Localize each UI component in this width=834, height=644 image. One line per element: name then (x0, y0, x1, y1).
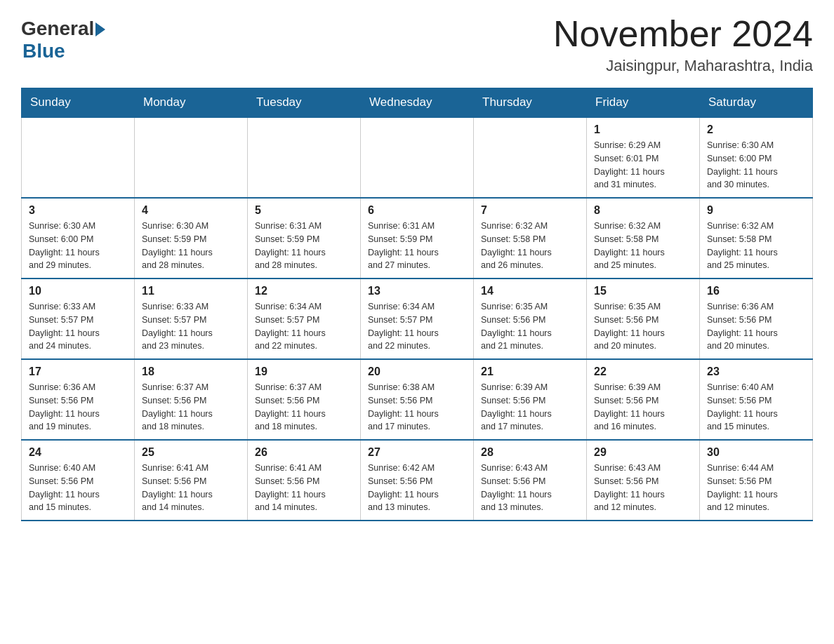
weekday-header-saturday: Saturday (700, 88, 813, 118)
day-number: 24 (29, 446, 127, 459)
day-number: 30 (707, 446, 805, 459)
day-info: Sunrise: 6:41 AM Sunset: 5:56 PM Dayligh… (255, 463, 326, 512)
day-info: Sunrise: 6:40 AM Sunset: 5:56 PM Dayligh… (29, 463, 100, 512)
calendar-cell: 4Sunrise: 6:30 AM Sunset: 5:59 PM Daylig… (135, 198, 248, 279)
day-number: 1 (594, 123, 692, 136)
title-section: November 2024 Jaisingpur, Maharashtra, I… (553, 14, 813, 75)
calendar-cell: 1Sunrise: 6:29 AM Sunset: 6:01 PM Daylig… (587, 117, 700, 198)
day-info: Sunrise: 6:36 AM Sunset: 5:56 PM Dayligh… (707, 302, 778, 351)
calendar-cell: 16Sunrise: 6:36 AM Sunset: 5:56 PM Dayli… (700, 279, 813, 359)
logo: General Blue (21, 14, 105, 62)
day-number: 9 (707, 204, 805, 217)
day-info: Sunrise: 6:36 AM Sunset: 5:56 PM Dayligh… (29, 382, 100, 431)
day-number: 18 (142, 365, 240, 378)
calendar-cell: 9Sunrise: 6:32 AM Sunset: 5:58 PM Daylig… (700, 198, 813, 279)
calendar-cell: 30Sunrise: 6:44 AM Sunset: 5:56 PM Dayli… (700, 440, 813, 521)
calendar-cell: 12Sunrise: 6:34 AM Sunset: 5:57 PM Dayli… (248, 279, 361, 359)
calendar-week-5: 24Sunrise: 6:40 AM Sunset: 5:56 PM Dayli… (22, 440, 813, 521)
calendar-cell: 18Sunrise: 6:37 AM Sunset: 5:56 PM Dayli… (135, 359, 248, 440)
calendar-cell: 15Sunrise: 6:35 AM Sunset: 5:56 PM Dayli… (587, 279, 700, 359)
day-info: Sunrise: 6:31 AM Sunset: 5:59 PM Dayligh… (368, 221, 439, 270)
day-info: Sunrise: 6:43 AM Sunset: 5:56 PM Dayligh… (594, 463, 665, 512)
calendar-week-3: 10Sunrise: 6:33 AM Sunset: 5:57 PM Dayli… (22, 279, 813, 359)
calendar-cell: 29Sunrise: 6:43 AM Sunset: 5:56 PM Dayli… (587, 440, 700, 521)
day-info: Sunrise: 6:37 AM Sunset: 5:56 PM Dayligh… (142, 382, 213, 431)
calendar-cell: 6Sunrise: 6:31 AM Sunset: 5:59 PM Daylig… (361, 198, 474, 279)
weekday-header-sunday: Sunday (22, 88, 135, 118)
calendar-cell (474, 117, 587, 198)
calendar-cell (361, 117, 474, 198)
day-info: Sunrise: 6:32 AM Sunset: 5:58 PM Dayligh… (481, 221, 552, 270)
day-number: 3 (29, 204, 127, 217)
weekday-header-tuesday: Tuesday (248, 88, 361, 118)
day-number: 17 (29, 365, 127, 378)
day-info: Sunrise: 6:39 AM Sunset: 5:56 PM Dayligh… (594, 382, 665, 431)
day-info: Sunrise: 6:30 AM Sunset: 6:00 PM Dayligh… (29, 221, 100, 270)
logo-arrow-icon (95, 22, 105, 36)
day-number: 21 (481, 365, 579, 378)
calendar-cell (135, 117, 248, 198)
calendar-cell: 19Sunrise: 6:37 AM Sunset: 5:56 PM Dayli… (248, 359, 361, 440)
weekday-header-monday: Monday (135, 88, 248, 118)
day-number: 11 (142, 285, 240, 297)
calendar-cell: 27Sunrise: 6:42 AM Sunset: 5:56 PM Dayli… (361, 440, 474, 521)
day-info: Sunrise: 6:33 AM Sunset: 5:57 PM Dayligh… (29, 302, 100, 351)
calendar-cell: 10Sunrise: 6:33 AM Sunset: 5:57 PM Dayli… (22, 279, 135, 359)
day-number: 15 (594, 285, 692, 297)
day-number: 29 (594, 446, 692, 459)
calendar-cell (248, 117, 361, 198)
day-info: Sunrise: 6:38 AM Sunset: 5:56 PM Dayligh… (368, 382, 439, 431)
weekday-header-thursday: Thursday (474, 88, 587, 118)
day-number: 10 (29, 285, 127, 297)
calendar-cell: 5Sunrise: 6:31 AM Sunset: 5:59 PM Daylig… (248, 198, 361, 279)
calendar-cell: 8Sunrise: 6:32 AM Sunset: 5:58 PM Daylig… (587, 198, 700, 279)
calendar-cell (22, 117, 135, 198)
calendar-week-2: 3Sunrise: 6:30 AM Sunset: 6:00 PM Daylig… (22, 198, 813, 279)
day-info: Sunrise: 6:29 AM Sunset: 6:01 PM Dayligh… (594, 140, 665, 189)
day-info: Sunrise: 6:39 AM Sunset: 5:56 PM Dayligh… (481, 382, 552, 431)
month-title: November 2024 (553, 14, 813, 54)
day-info: Sunrise: 6:34 AM Sunset: 5:57 PM Dayligh… (255, 302, 326, 351)
day-number: 13 (368, 285, 466, 297)
calendar-cell: 20Sunrise: 6:38 AM Sunset: 5:56 PM Dayli… (361, 359, 474, 440)
day-number: 26 (255, 446, 353, 459)
calendar-cell: 22Sunrise: 6:39 AM Sunset: 5:56 PM Dayli… (587, 359, 700, 440)
calendar-header-row: SundayMondayTuesdayWednesdayThursdayFrid… (22, 88, 813, 118)
location-title: Jaisingpur, Maharashtra, India (553, 57, 813, 75)
day-info: Sunrise: 6:44 AM Sunset: 5:56 PM Dayligh… (707, 463, 778, 512)
logo-general-text: General (21, 18, 94, 40)
calendar-cell: 25Sunrise: 6:41 AM Sunset: 5:56 PM Dayli… (135, 440, 248, 521)
day-info: Sunrise: 6:31 AM Sunset: 5:59 PM Dayligh… (255, 221, 326, 270)
calendar-cell: 21Sunrise: 6:39 AM Sunset: 5:56 PM Dayli… (474, 359, 587, 440)
day-info: Sunrise: 6:40 AM Sunset: 5:56 PM Dayligh… (707, 382, 778, 431)
calendar-cell: 14Sunrise: 6:35 AM Sunset: 5:56 PM Dayli… (474, 279, 587, 359)
day-info: Sunrise: 6:42 AM Sunset: 5:56 PM Dayligh… (368, 463, 439, 512)
day-number: 28 (481, 446, 579, 459)
day-number: 22 (594, 365, 692, 378)
day-info: Sunrise: 6:43 AM Sunset: 5:56 PM Dayligh… (481, 463, 552, 512)
calendar-cell: 23Sunrise: 6:40 AM Sunset: 5:56 PM Dayli… (700, 359, 813, 440)
calendar-cell: 28Sunrise: 6:43 AM Sunset: 5:56 PM Dayli… (474, 440, 587, 521)
day-number: 6 (368, 204, 466, 217)
day-info: Sunrise: 6:33 AM Sunset: 5:57 PM Dayligh… (142, 302, 213, 351)
day-info: Sunrise: 6:32 AM Sunset: 5:58 PM Dayligh… (707, 221, 778, 270)
calendar-week-4: 17Sunrise: 6:36 AM Sunset: 5:56 PM Dayli… (22, 359, 813, 440)
calendar-cell: 26Sunrise: 6:41 AM Sunset: 5:56 PM Dayli… (248, 440, 361, 521)
day-number: 5 (255, 204, 353, 217)
calendar-cell: 2Sunrise: 6:30 AM Sunset: 6:00 PM Daylig… (700, 117, 813, 198)
day-info: Sunrise: 6:41 AM Sunset: 5:56 PM Dayligh… (142, 463, 213, 512)
day-number: 7 (481, 204, 579, 217)
day-info: Sunrise: 6:30 AM Sunset: 6:00 PM Dayligh… (707, 140, 778, 189)
day-number: 25 (142, 446, 240, 459)
day-number: 14 (481, 285, 579, 297)
calendar-table: SundayMondayTuesdayWednesdayThursdayFrid… (21, 88, 813, 521)
day-number: 2 (707, 123, 805, 136)
day-number: 8 (594, 204, 692, 217)
calendar-cell: 3Sunrise: 6:30 AM Sunset: 6:00 PM Daylig… (22, 198, 135, 279)
day-info: Sunrise: 6:37 AM Sunset: 5:56 PM Dayligh… (255, 382, 326, 431)
calendar-cell: 17Sunrise: 6:36 AM Sunset: 5:56 PM Dayli… (22, 359, 135, 440)
day-number: 16 (707, 285, 805, 297)
day-info: Sunrise: 6:35 AM Sunset: 5:56 PM Dayligh… (594, 302, 665, 351)
weekday-header-friday: Friday (587, 88, 700, 118)
calendar-cell: 7Sunrise: 6:32 AM Sunset: 5:58 PM Daylig… (474, 198, 587, 279)
